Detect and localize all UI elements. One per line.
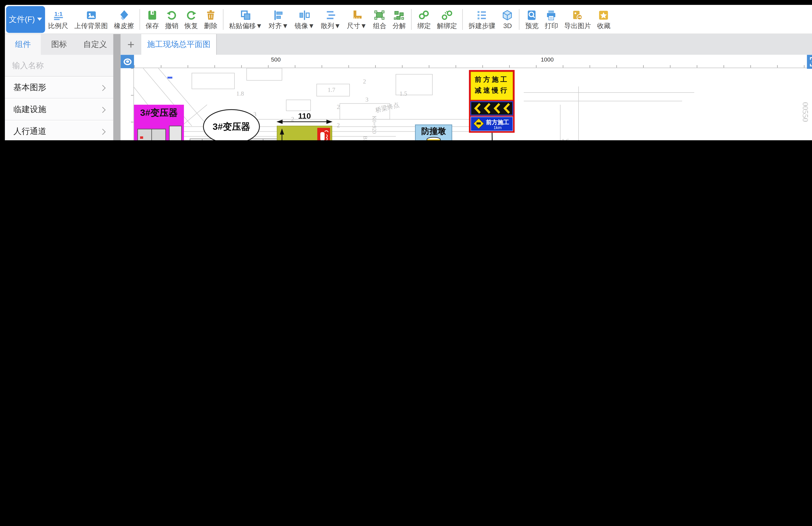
toolbar-divider: [140, 9, 140, 30]
build-steps-button[interactable]: 拆建步骤: [466, 5, 498, 33]
preview-button[interactable]: 预览: [522, 5, 541, 33]
transformer-ellipse-label: 3#变压器: [203, 121, 260, 133]
delete-button[interactable]: 删除: [201, 5, 220, 33]
transformer-box-label: 3#变压器: [135, 107, 183, 119]
chevron-right-icon: [100, 106, 105, 113]
cad-label: 2: [291, 116, 294, 122]
chevron-right-icon: [100, 85, 105, 91]
preview-icon: [526, 9, 538, 21]
explode-icon: [393, 9, 405, 21]
view-3d-button[interactable]: 3D: [498, 5, 517, 33]
sign-blue-sub: 1km: [482, 126, 513, 130]
cad-label: 2: [337, 122, 340, 128]
print-button[interactable]: 打印: [541, 5, 561, 33]
screen: 文件(F) 1:1 比例尺 上传背景图 橡皮擦 保存 撤销 恢复: [0, 0, 812, 140]
cad-label: 1.8: [236, 90, 244, 97]
bind-button[interactable]: 绑定: [415, 5, 434, 33]
undo-icon: [166, 9, 178, 21]
favorite-button[interactable]: 收藏: [594, 5, 613, 33]
upload-background-icon: [85, 9, 97, 21]
redo-icon: [185, 9, 197, 21]
sidebar-item-pedestrian[interactable]: 人行通道: [5, 121, 113, 141]
save-button[interactable]: 保存: [143, 5, 162, 33]
paste-offset-button[interactable]: 粘贴偏移▼: [226, 5, 265, 33]
star-icon: [598, 9, 610, 21]
scale-ruler-button[interactable]: 1:1 比例尺: [45, 5, 71, 33]
mirror-icon: [299, 9, 311, 21]
upload-background-button[interactable]: 上传背景图: [71, 5, 111, 33]
export-image-icon: [571, 9, 584, 21]
sidebar-item-temp-facilities[interactable]: 临建设施: [5, 99, 113, 121]
cad-blue-mark: [168, 77, 172, 78]
save-icon: [146, 9, 158, 21]
toolbar-divider: [519, 9, 520, 30]
svg-text:1:1: 1:1: [54, 10, 62, 17]
trash-icon: [205, 9, 217, 21]
undo-button[interactable]: 撤销: [162, 5, 182, 33]
left-splitter[interactable]: [113, 34, 121, 140]
bind-icon: [418, 9, 430, 21]
cad-label: BK0+020: [362, 136, 368, 140]
file-menu-label: 文件(F): [9, 14, 35, 25]
cube-icon: [502, 9, 514, 21]
cad-label: 2: [337, 104, 340, 110]
site-plan-drawing[interactable]: 3#变压器 3#变压器 110 60 钢筋加工场 防撞墩 前方施工 减速慢行 前…: [134, 68, 812, 140]
cad-label: 2: [363, 78, 366, 85]
tab-custom[interactable]: 自定义: [77, 34, 113, 55]
cad-label: 1.7: [328, 87, 335, 93]
sign-yellow-line2: 减速慢行: [471, 86, 513, 95]
chevron-right-icon: [100, 128, 105, 134]
cad-label: K0+920: [372, 116, 378, 134]
main-area: 组件 图标 自定义 基本图形 临建设施 人行通道 临电设施 支撑设施 工程结构 …: [5, 34, 812, 140]
search-input[interactable]: [11, 60, 121, 71]
sign-yellow-line1: 前方施工: [471, 75, 513, 84]
tab-icons[interactable]: 图标: [41, 34, 77, 55]
group-icon: [374, 9, 386, 21]
array-icon: [325, 9, 337, 21]
document-tabbar: + 施工现场总平面图 »: [121, 34, 812, 55]
ungroup-button[interactable]: 分解: [389, 5, 409, 33]
origin-button[interactable]: [121, 55, 134, 68]
app-window: 文件(F) 1:1 比例尺 上传背景图 橡皮擦 保存 撤销 恢复: [5, 5, 812, 140]
print-icon: [545, 9, 557, 21]
sidebar-item-basic-shapes[interactable]: 基本图形: [5, 77, 113, 99]
tab-site-plan[interactable]: 施工现场总平面图: [141, 34, 217, 55]
tab-components[interactable]: 组件: [5, 34, 41, 55]
export-image-button[interactable]: 导出图片: [561, 5, 594, 33]
align-button[interactable]: 对齐▼: [265, 5, 292, 33]
drawing-canvas[interactable]: 500 1000 1500 500: [121, 55, 812, 141]
file-menu-button[interactable]: 文件(F): [6, 6, 45, 33]
mirror-button[interactable]: 镜像▼: [291, 5, 318, 33]
toolbar-divider: [463, 9, 463, 30]
eraser-button[interactable]: 橡皮擦: [111, 5, 137, 33]
horizontal-ruler: 500 1000 1500: [134, 55, 812, 68]
array-button[interactable]: 散列▼: [318, 5, 344, 33]
dimension-icon: [351, 9, 363, 21]
anti-collision-label: 防撞墩: [417, 126, 451, 137]
rebar-yard[interactable]: [277, 126, 332, 140]
locate-button[interactable]: [807, 55, 812, 69]
add-tab-button[interactable]: +: [121, 34, 142, 55]
canvas-wrap: 500 1000 1500 500: [121, 55, 812, 141]
cad-label: 3: [253, 111, 257, 118]
cad-label: 00550: [800, 102, 810, 122]
redo-button[interactable]: 恢复: [182, 5, 201, 33]
caret-down-icon: [37, 18, 42, 21]
toolbar: 文件(F) 1:1 比例尺 上传背景图 橡皮擦 保存 撤销 恢复: [5, 5, 812, 34]
unbind-button[interactable]: 解绑定: [434, 5, 460, 33]
crosshair-icon: [809, 57, 812, 67]
group-button[interactable]: 组合: [370, 5, 389, 33]
component-search: [5, 55, 113, 77]
dim-110-label: 110: [291, 111, 318, 120]
component-sidebar: 组件 图标 自定义 基本图形 临建设施 人行通道 临电设施 支撑设施 工程结构 …: [5, 34, 113, 140]
unbind-icon: [441, 9, 453, 21]
eraser-icon: [118, 9, 130, 21]
scale-ruler-icon: 1:1: [52, 9, 64, 21]
toolbar-divider: [223, 9, 223, 30]
cad-label: 1.6: [562, 138, 569, 141]
dimension-button[interactable]: 尺寸▼: [344, 5, 370, 33]
canvas-column: + 施工现场总平面图 » 500 1000 1500 500: [121, 34, 812, 140]
cad-label: 1.5: [400, 90, 407, 97]
align-icon: [272, 9, 285, 21]
cad-label: 3: [365, 96, 368, 103]
